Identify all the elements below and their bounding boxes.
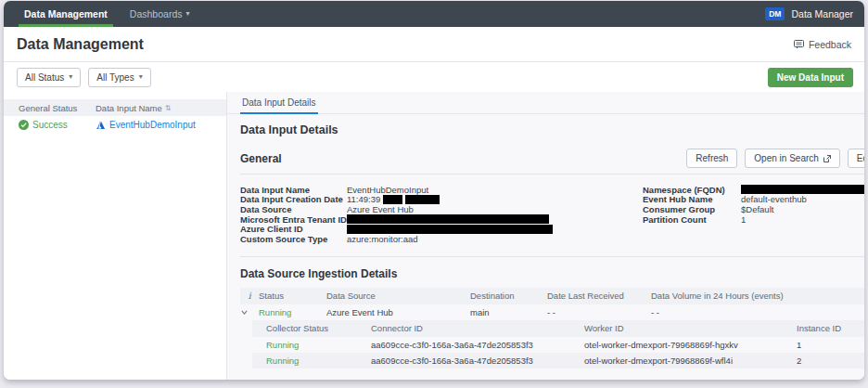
- worker-id: otel-worker-dmexport-79968869f-wfl4i: [570, 356, 783, 366]
- section-divider: [240, 256, 864, 257]
- data-input-list: General Status Data Input Name ⇅ Success: [4, 92, 226, 380]
- field-label: Data Source: [240, 204, 347, 214]
- info-icon: i: [248, 291, 250, 301]
- ingestion-destination: main: [470, 307, 547, 317]
- column-header-date-last-received[interactable]: Date Last Received: [547, 291, 651, 301]
- column-header-worker-id[interactable]: Worker ID: [570, 323, 783, 333]
- field-label: Partition Count: [643, 214, 741, 225]
- fields-column-right: Namespace (FQDN) Event Hub Name default-…: [643, 185, 864, 244]
- general-status-cell: Success: [4, 120, 81, 130]
- column-header-instance-id[interactable]: Instance ID: [783, 323, 864, 333]
- field-consumer-group: Consumer Group $Default: [643, 204, 864, 214]
- data-input-name-cell: EventHubDemoInput: [81, 120, 226, 130]
- field-custom-source-type: Custom Source Type azure:monitor:aad: [240, 234, 643, 244]
- column-header-data-volume[interactable]: Data Volume in 24 Hours (events): [651, 291, 864, 301]
- field-label: Azure Client ID: [240, 224, 347, 234]
- details-panel: Data Input Details ✕ Data Input Details …: [226, 92, 864, 380]
- new-data-input-button[interactable]: New Data Input: [768, 68, 853, 87]
- ingestion-table: i Status Data Source Destination Date La…: [240, 288, 864, 369]
- button-label: Open in Search: [754, 153, 819, 163]
- connector-id: aa609cce-c3f0-166a-3a6a-47de205853f3: [357, 356, 570, 366]
- column-header-data-source[interactable]: Data Source: [326, 291, 470, 301]
- filter-label: All Types: [96, 72, 134, 83]
- refresh-button[interactable]: Refresh: [686, 149, 737, 168]
- general-heading: General: [240, 152, 282, 165]
- redacted-value: [347, 225, 553, 234]
- tab-data-input-details[interactable]: Data Input Details: [240, 92, 318, 114]
- ingestion-row[interactable]: Running Azure Event Hub main - - - -: [240, 304, 864, 320]
- worker-id: otel-worker-dmexport-79968869f-hgxkv: [570, 340, 783, 350]
- navbar-right: DM Data Manager: [765, 1, 864, 27]
- field-value: 1: [741, 214, 746, 225]
- fields-column-left: Data Input Name EventHubDemoInput Data I…: [240, 185, 643, 244]
- nav-tab-dashboards[interactable]: Dashboards ▾: [119, 1, 201, 27]
- toolbar: All Status ▾ All Types ▾ New Data Input: [4, 62, 864, 92]
- field-azure-client-id: Azure Client ID: [240, 224, 643, 234]
- field-value-text: 11:49:39: [347, 194, 380, 204]
- collector-table-header: Collector Status Connector ID Worker ID …: [252, 320, 864, 337]
- nav-tab-data-management[interactable]: Data Management: [13, 1, 119, 27]
- redacted-value: [383, 195, 402, 204]
- general-fields: Data Input Name EventHubDemoInput Data I…: [240, 185, 864, 244]
- chevron-down-icon[interactable]: [240, 308, 249, 317]
- app-logo-badge: DM: [765, 7, 785, 21]
- field-creation-date: Data Input Creation Date 11:49:39: [240, 195, 643, 205]
- column-header-data-input-name[interactable]: Data Input Name ⇅: [81, 103, 226, 113]
- redacted-value: [347, 214, 549, 224]
- connector-id: aa609cce-c3f0-166a-3a6a-47de205853f3: [357, 340, 570, 350]
- external-link-icon: [823, 155, 831, 162]
- list-header: General Status Data Input Name ⇅: [4, 99, 226, 116]
- filter-label: All Status: [25, 72, 64, 83]
- edit-button[interactable]: Edit ▾: [848, 149, 864, 168]
- column-header-connector-id[interactable]: Connector ID: [357, 323, 570, 333]
- top-navbar: Data Management Dashboards ▾ DM Data Man…: [4, 1, 864, 27]
- filter-group: All Status ▾ All Types ▾: [17, 68, 151, 87]
- details-tab-bar: Data Input Details ✕: [227, 92, 864, 114]
- details-title: Data Input Details: [240, 123, 864, 136]
- column-header-destination[interactable]: Destination: [470, 291, 547, 301]
- collector-row[interactable]: Running aa609cce-c3f0-166a-3a6a-47de2058…: [252, 337, 864, 353]
- field-label: Namespace (FQDN): [643, 185, 741, 195]
- filter-all-status[interactable]: All Status ▾: [17, 68, 81, 87]
- redacted-value: [741, 185, 864, 194]
- button-label: Edit: [857, 153, 864, 163]
- column-header-collector-status[interactable]: Collector Status: [252, 323, 357, 333]
- collector-status: Running: [252, 356, 357, 366]
- ingestion-data-volume: - -: [651, 307, 864, 317]
- open-in-search-button[interactable]: Open in Search: [745, 149, 840, 168]
- ingestion-status: Running: [259, 307, 326, 317]
- nav-tab-label: Data Management: [24, 8, 108, 19]
- column-header-general-status[interactable]: General Status: [4, 103, 81, 113]
- ingestion-heading: Data Source Ingestion Details: [240, 267, 864, 280]
- main-content: General Status Data Input Name ⇅ Success: [4, 92, 864, 380]
- details-body: Data Input Details General Refresh Open …: [227, 114, 864, 369]
- data-input-row[interactable]: Success EventHubDemoInput: [4, 116, 226, 134]
- app-window: Data Management Dashboards ▾ DM Data Man…: [4, 1, 864, 380]
- data-input-link[interactable]: EventHubDemoInput: [109, 120, 196, 130]
- caret-down-icon: ▾: [139, 73, 143, 81]
- collector-status: Running: [252, 340, 357, 350]
- feedback-button[interactable]: Feedback: [794, 39, 851, 50]
- filter-all-types[interactable]: All Types ▾: [88, 68, 150, 87]
- field-label: Microsoft Entra Tenant ID: [240, 214, 347, 225]
- page-title: Data Management: [17, 36, 144, 53]
- ingestion-data-source: Azure Event Hub: [326, 307, 470, 317]
- field-value: $Default: [741, 204, 773, 214]
- field-value: default-eventhub: [741, 194, 807, 204]
- field-value: EventHubDemoInput: [347, 185, 428, 195]
- collector-row[interactable]: Running aa609cce-c3f0-166a-3a6a-47de2058…: [252, 353, 864, 369]
- collector-table: Collector Status Connector ID Worker ID …: [252, 320, 864, 369]
- column-header-status[interactable]: Status: [259, 291, 326, 301]
- field-label: Data Input Name: [240, 185, 347, 195]
- column-label: Data Input Name: [96, 103, 162, 113]
- field-label: Event Hub Name: [643, 194, 741, 204]
- field-data-source: Data Source Azure Event Hub: [240, 204, 643, 214]
- caret-down-icon: ▾: [69, 73, 72, 81]
- ingestion-table-header: i Status Data Source Destination Date La…: [240, 288, 864, 304]
- general-actions: Refresh Open in Search Edit ▾: [686, 149, 864, 168]
- field-label: Custom Source Type: [240, 234, 347, 244]
- field-value: Azure Event Hub: [347, 204, 414, 214]
- page-background: Data Management Dashboards ▾ DM Data Man…: [0, 0, 868, 388]
- field-value: [347, 214, 549, 224]
- field-value: azure:monitor:aad: [347, 234, 418, 244]
